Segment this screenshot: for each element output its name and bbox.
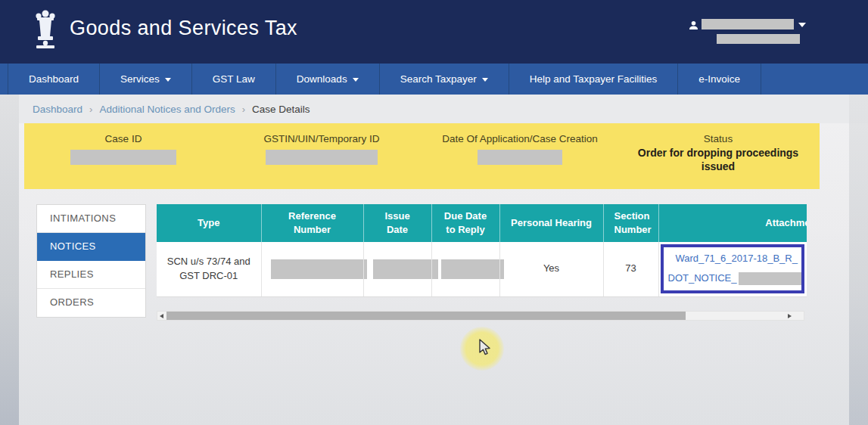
user-account-menu[interactable] — [700, 17, 851, 50]
cell-type: SCN u/s 73/74 and GST DRC-01 — [157, 242, 261, 296]
app-title: Goods and Services Tax — [70, 17, 297, 40]
table-row: SCN u/s 73/74 and GST DRC-01 Yes 73 Ward… — [157, 242, 807, 296]
nav-gst-law[interactable]: GST Law — [192, 64, 276, 95]
nav-dashboard[interactable]: Dashboard — [8, 64, 100, 95]
sidebar-item-replies[interactable]: REPLIES — [37, 261, 145, 289]
table-header-row: Type Reference Number Issue Date Due Dat… — [157, 204, 807, 242]
scrollbar-thumb[interactable] — [166, 312, 686, 320]
breadcrumb-separator: › — [89, 104, 92, 115]
gstin-label: GSTIN/UIN/Temporary ID — [222, 133, 421, 144]
frame-edge-left — [0, 95, 19, 425]
attachment-highlight-box: Ward_71_6_2017-18_B_R_ DOT_NOTICE_ — [661, 244, 804, 293]
breadcrumb-separator: › — [242, 104, 245, 115]
mouse-cursor-icon — [476, 338, 493, 356]
caret-down-icon — [482, 78, 488, 82]
col-section-number: Section Number — [603, 204, 658, 242]
redacted-issue-date — [373, 259, 438, 279]
chevron-down-icon — [798, 23, 806, 27]
scroll-right-arrow-icon[interactable] — [788, 314, 792, 318]
col-reference-number: Reference Number — [261, 204, 363, 242]
redacted-attachment-suffix — [739, 272, 801, 285]
app-header: Goods and Services Tax — [0, 0, 868, 64]
scroll-left-arrow-icon[interactable] — [160, 314, 163, 318]
cell-personal-hearing: Yes — [499, 242, 603, 296]
redacted-gstin — [266, 150, 378, 165]
click-highlight-halo — [460, 327, 504, 371]
cell-reference-number — [261, 242, 363, 296]
application-date-field: Date Of Application/Case Creation — [421, 133, 619, 189]
col-issue-date: Issue Date — [363, 204, 431, 242]
table-horizontal-scrollbar[interactable] — [157, 311, 804, 321]
attachment-link-2[interactable]: DOT_NOTICE_ — [668, 271, 737, 286]
redacted-due-date — [441, 259, 504, 279]
user-icon — [689, 20, 698, 30]
caret-down-icon — [353, 78, 359, 82]
cell-due-date — [431, 242, 499, 296]
breadcrumb: Dashboard › Additional Notices and Order… — [0, 95, 868, 123]
frame-edge-right — [849, 95, 868, 425]
case-id-label: Case ID — [24, 133, 222, 144]
breadcrumb-additional-notices[interactable]: Additional Notices and Orders — [99, 104, 235, 115]
status-label: Status — [619, 133, 817, 144]
nav-search-taxpayer[interactable]: Search Taxpayer — [380, 64, 509, 95]
gstin-field: GSTIN/UIN/Temporary ID — [222, 133, 421, 189]
main-navbar: Dashboard Services GST Law Downloads Sea… — [0, 64, 868, 95]
case-sections-sidebar: INTIMATIONS NOTICES REPLIES ORDERS — [36, 204, 146, 318]
application-date-label: Date Of Application/Case Creation — [421, 133, 619, 144]
breadcrumb-case-details: Case Details — [252, 104, 310, 115]
india-emblem-icon — [32, 8, 59, 50]
attachment-link-1[interactable]: Ward_71_6_2017-18_B_R_ — [668, 252, 801, 266]
nav-services[interactable]: Services — [100, 64, 192, 95]
sidebar-item-notices[interactable]: NOTICES — [37, 233, 145, 261]
redacted-reference-number — [271, 259, 367, 279]
redacted-case-id — [70, 150, 176, 165]
cell-issue-date — [363, 242, 431, 296]
sidebar-item-intimations[interactable]: INTIMATIONS — [37, 205, 145, 233]
redacted-username — [702, 19, 794, 29]
col-personal-hearing: Personal Hearing — [499, 204, 603, 242]
redacted-application-date — [478, 150, 562, 165]
nav-help-facilities[interactable]: Help and Taxpayer Facilities — [509, 64, 679, 95]
col-type: Type — [157, 204, 261, 242]
case-id-field: Case ID — [24, 133, 222, 189]
case-summary-banner: Case ID GSTIN/UIN/Temporary ID Date Of A… — [24, 123, 820, 189]
sidebar-item-orders[interactable]: ORDERS — [37, 289, 145, 317]
breadcrumb-dashboard[interactable]: Dashboard — [33, 104, 82, 115]
notices-table: Type Reference Number Issue Date Due Dat… — [157, 204, 807, 297]
col-attachments: Attachments — [658, 204, 807, 242]
nav-e-invoice[interactable]: e-Invoice — [678, 64, 761, 95]
cell-attachments: Ward_71_6_2017-18_B_R_ DOT_NOTICE_ — [658, 242, 807, 296]
redacted-user-detail — [717, 34, 800, 44]
col-due-date-to-reply: Due Date to Reply — [431, 204, 499, 242]
cell-section-number: 73 — [603, 242, 658, 296]
caret-down-icon — [165, 78, 171, 82]
nav-downloads[interactable]: Downloads — [276, 64, 380, 95]
status-value: Order for dropping proceedings issued — [624, 147, 812, 174]
status-field: Status Order for dropping proceedings is… — [619, 133, 817, 189]
